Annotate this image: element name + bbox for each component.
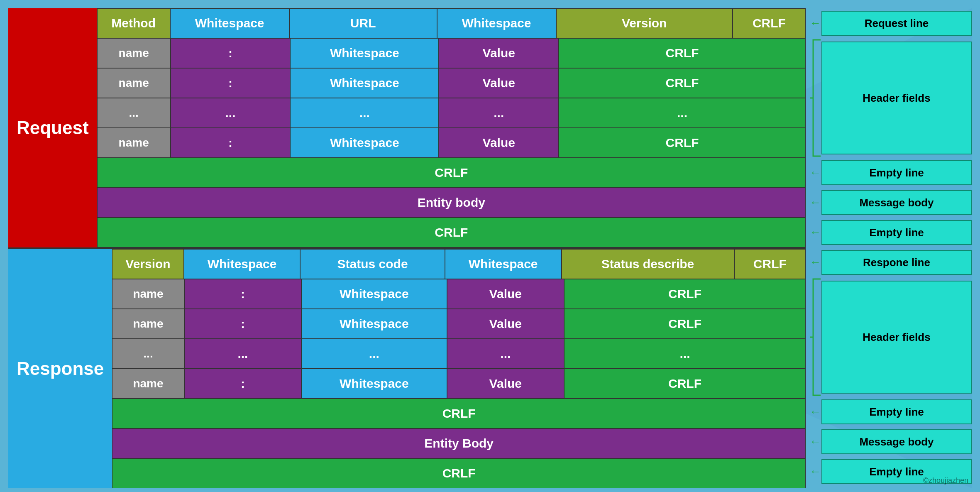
arrow-message-body-req: ← <box>809 196 821 209</box>
response-entity-body: Entity Body <box>112 428 806 458</box>
table-row: ... ... ... ... ... <box>97 98 806 128</box>
resp-ws-cell-4: Whitespace <box>301 369 447 399</box>
colon-cell-2: : <box>171 68 291 98</box>
header-fields-resp-row: Header fields <box>809 277 972 397</box>
ws-cell-dots: ... <box>290 98 439 128</box>
name-cell-1: name <box>97 38 171 68</box>
response-empty-line-1: CRLF <box>112 399 806 428</box>
request-line-label: Request line <box>821 11 972 36</box>
colon-cell-dots: ... <box>171 98 291 128</box>
crlf-cell-4: CRLF <box>559 128 806 158</box>
whitespace2-header: Whitespace <box>437 8 556 38</box>
crlf-r-header: CRLF <box>734 249 806 279</box>
response-label: Response <box>8 249 112 488</box>
resp-colon-cell-2: : <box>184 309 301 339</box>
name-cell-dots: ... <box>97 98 171 128</box>
crlf-cell-1: CRLF <box>559 38 806 68</box>
response-line-label-row: ← Respone line <box>809 247 972 277</box>
header-fields-req-row: Header fields <box>809 38 972 158</box>
response-entity-body-cell: Entity Body <box>112 428 806 458</box>
right-panel: ← Request line Header fields <box>806 8 972 488</box>
ws-cell-4: Whitespace <box>290 128 439 158</box>
empty-line-req2-row: ← Empty line <box>809 218 972 247</box>
resp-value-cell-1: Value <box>447 279 564 309</box>
watermark: ©zhoujiazhen <box>923 476 968 485</box>
resp-ws-cell-2: Whitespace <box>301 309 447 339</box>
status-desc-header: Status describe <box>562 249 734 279</box>
request-crlf-full-2: CRLF <box>97 218 806 247</box>
resp-name-cell-4: name <box>112 369 184 399</box>
url-header: URL <box>289 8 437 38</box>
ws-cell-1: Whitespace <box>290 38 439 68</box>
response-table: Version Whitespace Status code Whitespac… <box>112 249 806 488</box>
arrow-response-line: ← <box>809 256 821 269</box>
resp-crlf-cell-dots: ... <box>564 339 806 369</box>
value-cell-1: Value <box>439 38 559 68</box>
request-line-label-row: ← Request line <box>809 8 972 38</box>
crlf-cell-2: CRLF <box>559 68 806 98</box>
resp-value-cell-2: Value <box>447 309 564 339</box>
resp-colon-cell-4: : <box>184 369 301 399</box>
table-row: name : Whitespace Value CRLF <box>97 38 806 68</box>
status-code-header: Status code <box>300 249 445 279</box>
request-empty-line-2: CRLF <box>97 218 806 247</box>
empty-line-resp1-row: ← Empty line <box>809 397 972 427</box>
whitespace2-r-header: Whitespace <box>445 249 562 279</box>
empty-line-req2-label: Empty line <box>821 220 972 245</box>
resp-name-cell-dots: ... <box>112 339 184 369</box>
arrow-empty-line-req2: ← <box>809 226 821 239</box>
resp-ws-cell-1: Whitespace <box>301 279 447 309</box>
resp-crlf-cell-4: CRLF <box>564 369 806 399</box>
value-cell-2: Value <box>439 68 559 98</box>
name-cell-2: name <box>97 68 171 98</box>
brace-resp <box>809 277 821 397</box>
name-cell-4: name <box>97 128 171 158</box>
resp-crlf-cell-2: CRLF <box>564 309 806 339</box>
empty-line-req1-row: ← Empty line <box>809 158 972 188</box>
request-label: Request <box>8 8 97 247</box>
header-fields-req-label: Header fields <box>821 42 972 154</box>
message-body-req-row: ← Message body <box>809 188 972 218</box>
message-body-resp-row: ← Message body <box>809 427 972 457</box>
message-body-req-label: Message body <box>821 190 972 215</box>
table-row: ... ... ... ... ... <box>112 339 806 369</box>
header-fields-resp-label: Header fields <box>821 281 972 394</box>
request-block: Request Method Whitespace URL Whites <box>8 8 806 247</box>
response-line-label: Respone line <box>821 250 972 275</box>
table-row: name : Whitespace Value CRLF <box>112 279 806 309</box>
arrow-empty-line-req1: ← <box>809 166 821 179</box>
response-block: Response Version Whitespace Status code <box>8 247 806 488</box>
table-row: name : Whitespace Value CRLF <box>97 68 806 98</box>
brace-req <box>809 38 821 158</box>
main-container: Request Method Whitespace URL Whites <box>8 8 972 488</box>
resp-colon-cell-dots: ... <box>184 339 301 369</box>
response-header-row: Version Whitespace Status code Whitespac… <box>112 249 806 279</box>
version-r-header: Version <box>112 249 183 279</box>
request-entity-body: Entity body <box>97 188 806 218</box>
arrow-message-body-resp: ← <box>809 435 821 448</box>
crlf-cell-dots: ... <box>559 98 806 128</box>
resp-name-cell-1: name <box>112 279 184 309</box>
resp-value-cell-4: Value <box>447 369 564 399</box>
request-empty-line-1: CRLF <box>97 158 806 188</box>
request-entity-body-cell: Entity body <box>97 188 806 218</box>
resp-value-cell-dots: ... <box>447 339 564 369</box>
empty-line-req1-label: Empty line <box>821 160 972 185</box>
ws-cell-2: Whitespace <box>290 68 439 98</box>
whitespace1-r-header: Whitespace <box>184 249 301 279</box>
labels-container: ← Request line Header fields <box>809 8 972 488</box>
resp-ws-cell-dots: ... <box>301 339 447 369</box>
message-body-resp-label: Message body <box>821 429 972 454</box>
arrow-request-line: ← <box>809 17 821 30</box>
method-header: Method <box>97 8 170 38</box>
resp-colon-cell-1: : <box>184 279 301 309</box>
version-header: Version <box>556 8 733 38</box>
response-crlf-full-2: CRLF <box>112 458 806 488</box>
request-header-row: Method Whitespace URL Whitespace Version <box>97 8 806 38</box>
arrow-empty-line-resp1: ← <box>809 405 821 419</box>
crlf-header: CRLF <box>733 8 806 38</box>
arrow-empty-line-resp2: ← <box>809 465 821 478</box>
request-table: Method Whitespace URL Whitespace Version <box>97 8 806 247</box>
response-crlf-full-1: CRLF <box>112 399 806 428</box>
value-cell-4: Value <box>439 128 559 158</box>
